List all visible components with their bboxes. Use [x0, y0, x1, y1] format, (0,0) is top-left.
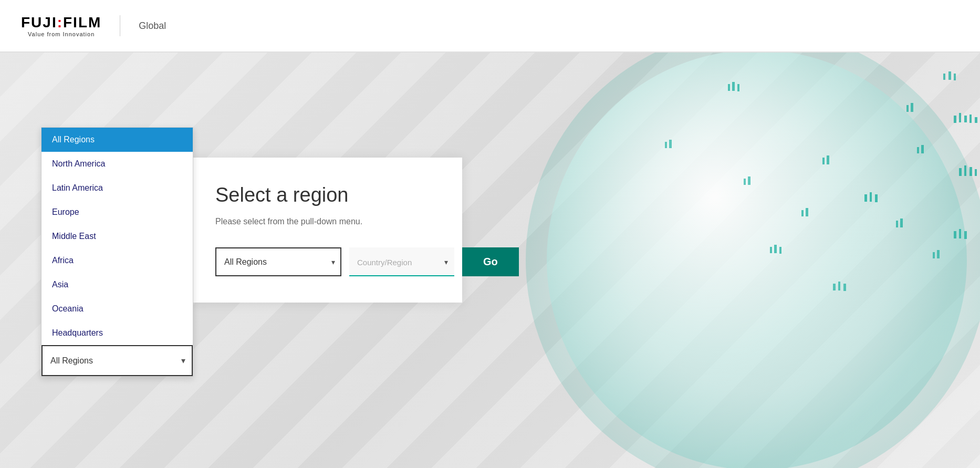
svg-rect-53: [744, 179, 746, 185]
svg-rect-54: [748, 176, 750, 185]
dropdown-item-europe[interactable]: Europe: [41, 200, 193, 224]
svg-rect-21: [975, 169, 977, 176]
svg-rect-47: [933, 252, 935, 258]
svg-rect-16: [948, 71, 951, 80]
svg-rect-31: [737, 84, 739, 91]
region-select-box[interactable]: All Regions ▾: [41, 345, 193, 376]
region-select[interactable]: All Regions North America Latin America …: [215, 247, 341, 276]
modal-title: Select a region: [215, 184, 436, 206]
dropdown-item-middle-east[interactable]: Middle East: [41, 224, 193, 248]
region-select-wrapper[interactable]: All Regions North America Latin America …: [215, 247, 341, 276]
logo-fi-text: :: [57, 14, 63, 30]
dropdown-item-latin-america[interactable]: Latin America: [41, 176, 193, 200]
region-select-value: All Regions: [50, 356, 93, 366]
chevron-down-icon: ▾: [181, 356, 185, 366]
svg-rect-38: [833, 284, 836, 290]
svg-rect-40: [843, 284, 846, 291]
logo-area: FUJI:FILM Value from Innovation Global: [21, 14, 166, 37]
svg-rect-51: [801, 210, 804, 216]
svg-rect-20: [969, 167, 972, 176]
svg-rect-10: [954, 116, 956, 123]
dropdown-item-oceania[interactable]: Oceania: [41, 297, 193, 321]
svg-rect-11: [959, 113, 961, 122]
logo-text: FUJI:FILM: [21, 14, 101, 31]
svg-rect-35: [770, 247, 772, 253]
svg-rect-46: [900, 219, 903, 227]
svg-rect-50: [827, 155, 829, 164]
svg-rect-33: [870, 192, 872, 202]
svg-rect-32: [864, 194, 867, 202]
svg-rect-18: [959, 168, 962, 176]
svg-rect-29: [728, 84, 730, 91]
logo-fujifilm: FUJI:FILM Value from Innovation: [21, 14, 101, 37]
svg-rect-42: [911, 103, 913, 112]
modal-card: Select a region Please select from the p…: [189, 158, 462, 303]
svg-rect-44: [921, 145, 924, 153]
svg-rect-15: [943, 74, 945, 80]
header-global: Global: [139, 20, 166, 32]
svg-rect-27: [665, 142, 667, 148]
svg-rect-14: [975, 117, 977, 123]
svg-rect-37: [779, 247, 781, 254]
dropdown-item-africa[interactable]: Africa: [41, 248, 193, 273]
svg-rect-19: [964, 165, 966, 176]
svg-rect-48: [937, 250, 940, 258]
svg-rect-39: [838, 282, 840, 290]
logo-tagline: Value from Innovation: [28, 31, 95, 37]
header: FUJI:FILM Value from Innovation Global: [0, 0, 980, 53]
svg-rect-43: [917, 147, 919, 153]
svg-rect-41: [906, 105, 909, 112]
svg-rect-22: [954, 231, 956, 238]
country-select-wrapper[interactable]: ▾ Country/Region: [349, 247, 454, 276]
svg-rect-23: [959, 229, 961, 238]
svg-rect-17: [954, 74, 956, 80]
logo-film-text: FILM: [63, 14, 101, 30]
logo-fuji-text: FUJI: [21, 14, 57, 30]
globe-container: [507, 53, 980, 468]
svg-rect-45: [896, 221, 898, 227]
modal-subtitle: Please select from the pull-down menu.: [215, 217, 436, 226]
svg-rect-30: [732, 82, 735, 91]
svg-rect-49: [822, 158, 825, 164]
dropdown-item-north-america[interactable]: North America: [41, 152, 193, 176]
go-button[interactable]: Go: [462, 247, 519, 276]
globe: [507, 53, 980, 468]
region-dropdown-menu[interactable]: All Regions North America Latin America …: [41, 127, 193, 377]
modal-controls: All Regions North America Latin America …: [215, 247, 436, 276]
svg-rect-36: [774, 245, 777, 253]
svg-rect-24: [964, 231, 967, 239]
dropdown-item-headquarters[interactable]: Headquarters: [41, 321, 193, 345]
country-select[interactable]: [349, 247, 454, 276]
svg-rect-28: [669, 140, 672, 148]
svg-rect-12: [964, 116, 967, 122]
main-content: All Regions North America Latin America …: [0, 53, 980, 468]
dropdown-item-asia[interactable]: Asia: [41, 273, 193, 297]
globe-markers: [507, 53, 980, 468]
dropdown-item-all-regions[interactable]: All Regions: [41, 128, 193, 152]
svg-rect-13: [969, 115, 972, 123]
svg-rect-52: [806, 208, 808, 216]
header-divider: [120, 15, 120, 36]
region-select-inner[interactable]: All Regions ▾: [43, 346, 192, 375]
svg-rect-34: [875, 194, 878, 202]
